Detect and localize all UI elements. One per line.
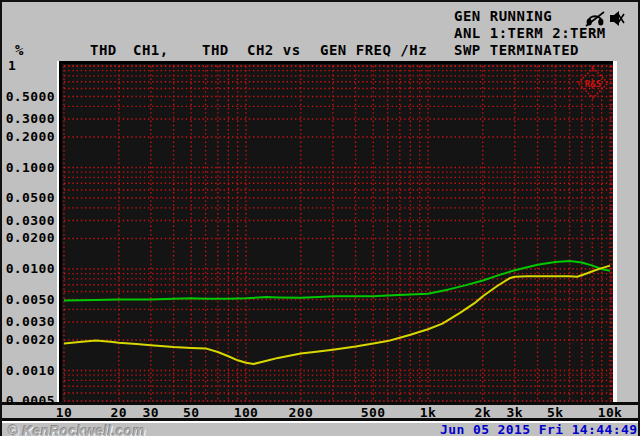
timestamp: Jun 05 2015 Fri 14:44:49 xyxy=(440,422,637,436)
status-gen: GEN RUNNING xyxy=(454,9,552,24)
speaker-muted-icon xyxy=(608,10,625,27)
y-tick-label: 0.0005 xyxy=(4,394,55,407)
trace1-function-label: THD xyxy=(90,43,117,58)
y-tick-label: 0.0100 xyxy=(4,262,55,275)
status-anl: ANL 1:TERM 2:TERM xyxy=(454,26,606,41)
x-axis-title: GEN FREQ /Hz xyxy=(320,43,427,58)
trace-2-thd-ch2 xyxy=(64,266,610,364)
plot-area xyxy=(59,61,616,405)
y-tick-label: 0.0010 xyxy=(4,364,55,377)
y-tick-label: 0.0200 xyxy=(4,231,55,244)
watermark: © KenRockwell.com xyxy=(8,423,145,436)
y-tick-label: 0.5000 xyxy=(4,90,55,103)
trace-1-thd-ch1 xyxy=(64,261,610,300)
bevel-left-highlight xyxy=(57,61,59,405)
trace2-function-label: THD xyxy=(202,43,229,58)
rohde-schwarz-logo: R&S xyxy=(576,66,610,100)
plot-bottom-border xyxy=(2,402,640,405)
y-tick-label: 0.0030 xyxy=(4,315,55,328)
y-tick-label: 0.3000 xyxy=(4,112,55,125)
bevel-right-highlight xyxy=(613,61,617,405)
y-tick-label: 0.2000 xyxy=(4,130,55,143)
y-tick-label: 0.0020 xyxy=(4,333,55,346)
headphones-muted-icon xyxy=(585,10,605,27)
analyzer-screen: % THD CH1, THD CH2 vs GEN FREQ /Hz GEN R… xyxy=(0,0,640,436)
trace1-channel-label: CH1, xyxy=(133,43,169,58)
thd-vs-frequency-chart xyxy=(62,64,613,402)
svg-text:R&S: R&S xyxy=(585,79,601,89)
unit-label: % xyxy=(15,43,24,58)
y-tick-label: 0.1000 xyxy=(4,161,55,174)
trace2-channel-label: CH2 vs xyxy=(247,43,301,58)
y-tick-label: 0.0500 xyxy=(4,191,55,204)
y-tick-label: 0.0050 xyxy=(4,293,55,306)
y-tick-label: 1 xyxy=(8,59,28,72)
status-swp: SWP TERMINATED xyxy=(454,43,579,58)
y-tick-label: 0.0300 xyxy=(4,214,55,227)
